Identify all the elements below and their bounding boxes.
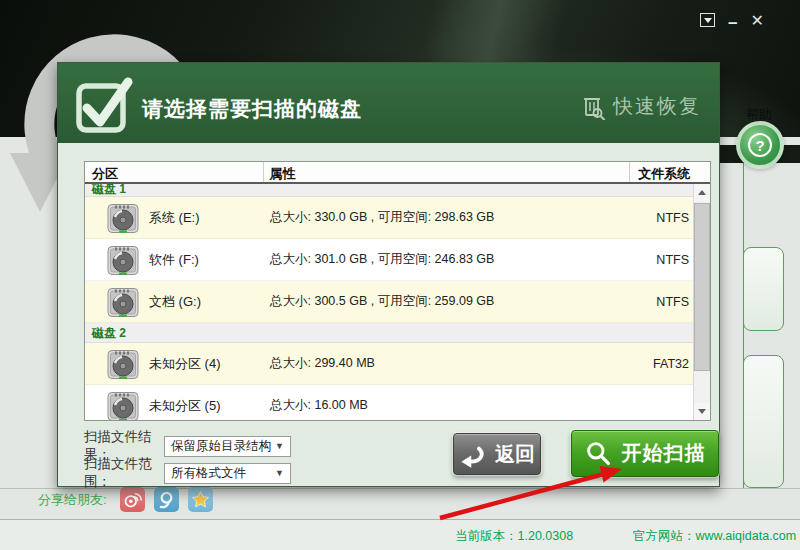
- table-header: 分区 属性 文件系统: [85, 162, 710, 184]
- triangle-down-icon: [698, 409, 706, 414]
- version-label: 当前版本：: [455, 529, 518, 543]
- scroll-up-button[interactable]: [694, 184, 710, 201]
- scan-range-label: 扫描文件范围：: [84, 455, 164, 491]
- undo-arrow-icon: [459, 440, 485, 468]
- disk-drive-icon: [106, 347, 140, 381]
- minimize-button[interactable]: –: [728, 12, 737, 28]
- partition-filesystem: NTFS: [632, 295, 693, 309]
- disk-drive-icon: [106, 389, 140, 421]
- disk-table: 分区 属性 文件系统 磁盘 1系统 (E:)总大小: 330.0 GB , 可用…: [84, 161, 711, 421]
- version-value: 1.20.0308: [518, 529, 574, 543]
- quick-recovery-badge: 快速恢复: [580, 93, 701, 120]
- scan-range-value: 所有格式文件: [171, 465, 246, 482]
- dialog-header: 请选择需要扫描的磁盘 快速恢复: [58, 63, 719, 143]
- dropdown-arrow-icon: ▼: [275, 468, 284, 478]
- disk-group-label: 磁盘 2: [92, 326, 126, 340]
- scroll-thumb[interactable]: [694, 203, 710, 371]
- magnifier-icon: [585, 440, 612, 467]
- scroll-down-button[interactable]: [694, 403, 710, 420]
- start-scan-button[interactable]: 开始扫描: [571, 430, 719, 477]
- partition-attributes: 总大小: 16.00 MB: [265, 397, 632, 414]
- disk-group-label: 磁盘 1: [92, 184, 693, 198]
- app-window: – ✕ 帮助 ? 请选择需要扫描的磁盘: [0, 0, 800, 550]
- partition-attributes: 总大小: 299.40 MB: [265, 355, 632, 372]
- disk-row[interactable]: 软件 (F:)总大小: 301.0 GB , 可用空间: 246.83 GBNT…: [85, 239, 693, 281]
- partition-filesystem: FAT32: [632, 357, 693, 371]
- side-panel-bottom: [743, 355, 784, 488]
- scan-result-select[interactable]: 保留原始目录结构 ▼: [164, 436, 291, 457]
- disk-row[interactable]: 文档 (G:)总大小: 300.5 GB , 可用空间: 259.09 GBNT…: [85, 281, 693, 323]
- partition-attributes: 总大小: 330.0 GB , 可用空间: 298.63 GB: [265, 209, 632, 226]
- partition-name: 未知分区 (4): [149, 355, 221, 373]
- checkmark-icon: [72, 71, 134, 135]
- dialog-title: 请选择需要扫描的磁盘: [142, 95, 362, 123]
- partition-filesystem: NTFS: [632, 253, 693, 267]
- start-scan-label: 开始扫描: [622, 440, 706, 467]
- recycle-scan-icon: [580, 94, 606, 120]
- partition-name: 文档 (G:): [149, 293, 201, 311]
- disk-drive-icon: [106, 285, 140, 319]
- scan-result-value: 保留原始目录结构: [171, 438, 271, 455]
- partition-name: 软件 (F:): [149, 251, 199, 269]
- disk-row[interactable]: 未知分区 (4)总大小: 299.40 MBFAT32: [85, 343, 693, 385]
- back-button-label: 返回: [495, 441, 535, 468]
- skin-menu-button[interactable]: [700, 13, 715, 27]
- status-bar: 当前版本：1.20.0308 官方网站：www.aiqidata.com: [0, 519, 800, 550]
- scrollbar[interactable]: [693, 184, 710, 420]
- scan-range-select[interactable]: 所有格式文件 ▼: [164, 463, 291, 484]
- disk-table-body: 磁盘 1系统 (E:)总大小: 330.0 GB , 可用空间: 298.63 …: [85, 184, 693, 420]
- disk-group-row: 磁盘 1: [85, 184, 693, 197]
- triangle-up-icon: [698, 190, 706, 195]
- partition-filesystem: NTFS: [632, 211, 693, 225]
- partition-name: 系统 (E:): [149, 209, 200, 227]
- question-icon: ?: [748, 133, 772, 157]
- partition-name: 未知分区 (5): [149, 397, 221, 415]
- disk-row[interactable]: 系统 (E:)总大小: 330.0 GB , 可用空间: 298.63 GBNT…: [85, 197, 693, 239]
- partition-attributes: 总大小: 301.0 GB , 可用空间: 246.83 GB: [265, 251, 632, 268]
- disk-row[interactable]: 未知分区 (5)总大小: 16.00 MB: [85, 385, 693, 420]
- site-value[interactable]: www.aiqidata.com: [696, 529, 797, 543]
- disk-drive-icon: [106, 201, 140, 235]
- close-button[interactable]: ✕: [750, 11, 763, 30]
- col-partition: 分区: [85, 162, 264, 182]
- chevron-down-icon: [704, 18, 712, 23]
- partition-attributes: 总大小: 300.5 GB , 可用空间: 259.09 GB: [265, 293, 632, 310]
- scan-disk-dialog: 请选择需要扫描的磁盘 快速恢复 分区 属性 文件系统 磁盘 1系统 (E:)总大…: [57, 62, 720, 487]
- side-panel-top: [743, 247, 784, 331]
- disk-drive-icon: [106, 243, 140, 277]
- col-filesystem: 文件系统: [630, 162, 710, 182]
- quick-recovery-label: 快速恢复: [613, 93, 701, 120]
- site-label: 官方网站：: [633, 529, 696, 543]
- help-button[interactable]: ?: [736, 121, 784, 169]
- share-label: 分享给朋友:: [38, 491, 107, 509]
- dropdown-arrow-icon: ▼: [275, 441, 284, 451]
- back-button[interactable]: 返回: [453, 433, 541, 475]
- disk-group-row: 磁盘 2: [85, 323, 693, 343]
- window-controls: – ✕: [700, 9, 795, 31]
- col-attributes: 属性: [264, 162, 630, 182]
